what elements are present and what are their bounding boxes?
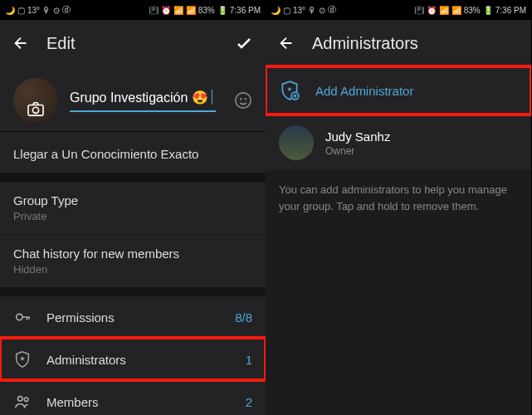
box-icon: ▢	[17, 6, 25, 15]
members-row[interactable]: Members 2	[0, 380, 266, 415]
description-row[interactable]: Llegar a Un Conocimiento Exacto	[0, 131, 266, 173]
members-label: Members	[46, 395, 231, 409]
confirm-icon[interactable]	[234, 33, 254, 53]
administrators-row[interactable]: Administrators 1	[0, 338, 266, 380]
shield-plus-icon	[279, 80, 300, 101]
signal-icon: 📶	[186, 6, 196, 15]
svg-point-4	[245, 99, 246, 100]
vibrate-icon: 📳	[414, 6, 424, 15]
svg-point-6	[18, 397, 23, 402]
header: Administrators	[266, 20, 531, 66]
signal-icon: 📶	[439, 6, 449, 15]
rec-icon: ⊙	[319, 6, 325, 15]
group-type-row[interactable]: Group Type Private	[0, 181, 266, 234]
status-bar: 🌙 ▢ 13° 🎙 ⊙ ⓓ 📳 ⏰ 📶 📶 83% 🔋 7:36 PM	[266, 0, 531, 20]
page-title: Administrators	[312, 34, 520, 53]
temp: 13°	[293, 6, 305, 15]
battery-icon: 🔋	[483, 6, 493, 15]
chat-history-row[interactable]: Chat history for new members Hidden	[0, 234, 266, 287]
avatar	[279, 125, 314, 160]
chat-history-value: Hidden	[13, 263, 252, 276]
moon-icon: 🌙	[271, 6, 281, 15]
mic-icon: 🎙	[42, 6, 51, 15]
permissions-label: Permissions	[46, 310, 220, 325]
back-icon[interactable]	[277, 34, 295, 52]
battery-icon: 🔋	[217, 6, 227, 15]
group-name-input[interactable]: Grupo Investigación 😍	[70, 90, 216, 112]
add-administrator-label: Add Administrator	[315, 84, 413, 98]
hint-text: You can add administrators to help you m…	[266, 170, 531, 226]
header: Edit	[0, 20, 266, 66]
svg-rect-0	[28, 105, 43, 116]
status-bar: 🌙 ▢ 13° 🎙 ⊙ ⓓ 📳 ⏰ 📶 📶 83% 🔋 7:36 PM	[0, 0, 266, 20]
divider	[0, 173, 266, 181]
mic-icon: 🎙	[308, 6, 316, 15]
vibrate-icon: 📳	[149, 6, 159, 15]
svg-point-7	[24, 398, 28, 402]
administrators-label: Administrators	[46, 353, 231, 367]
svg-point-2	[236, 93, 251, 108]
svg-point-5	[17, 314, 22, 320]
alarm-icon: ⏰	[427, 6, 437, 15]
admin-list-item[interactable]: Judy Sanhz Owner	[266, 115, 531, 170]
members-value: 2	[246, 395, 252, 409]
battery-text: 83%	[464, 6, 481, 15]
admin-role: Owner	[325, 145, 390, 157]
group-name-text: Grupo Investigación 😍	[70, 90, 208, 105]
clock: 7:36 PM	[230, 6, 261, 15]
svg-point-1	[32, 107, 38, 113]
box-icon: ▢	[283, 6, 290, 15]
text-cursor	[212, 90, 212, 105]
edit-screen: 🌙 ▢ 13° 🎙 ⊙ ⓓ 📳 ⏰ 📶 📶 83% 🔋 7:36 PM Edit…	[0, 0, 266, 415]
group-type-label: Group Type	[13, 193, 252, 208]
group-avatar[interactable]	[13, 78, 58, 123]
signal-icon: 📶	[173, 6, 183, 15]
admin-name: Judy Sanhz	[325, 129, 390, 144]
page-title: Edit	[46, 34, 217, 53]
rec-icon: ⊙	[53, 6, 60, 15]
svg-point-3	[241, 99, 242, 100]
description-text: Llegar a Un Conocimiento Exacto	[13, 147, 252, 161]
moon-icon: 🌙	[5, 6, 15, 15]
group-type-value: Private	[13, 210, 252, 222]
app-icon: ⓓ	[328, 4, 336, 16]
permissions-row[interactable]: Permissions 8/8	[0, 295, 266, 338]
temp: 13°	[27, 6, 40, 15]
alarm-icon: ⏰	[161, 6, 171, 15]
app-icon: ⓓ	[62, 4, 71, 16]
shield-star-icon	[13, 350, 32, 369]
back-icon[interactable]	[12, 34, 30, 52]
add-administrator-button[interactable]: Add Administrator	[266, 66, 531, 115]
profile-row: Grupo Investigación 😍	[0, 66, 266, 131]
signal-icon: 📶	[451, 6, 461, 15]
administrators-screen: 🌙 ▢ 13° 🎙 ⊙ ⓓ 📳 ⏰ 📶 📶 83% 🔋 7:36 PM Admi…	[266, 0, 531, 415]
key-icon	[13, 308, 32, 326]
emoji-icon[interactable]	[234, 91, 252, 110]
permissions-value: 8/8	[235, 310, 252, 325]
divider	[0, 287, 266, 295]
clock: 7:36 PM	[495, 6, 526, 15]
administrators-value: 1	[246, 353, 252, 367]
camera-icon	[27, 101, 45, 116]
chat-history-label: Chat history for new members	[13, 247, 252, 261]
battery-text: 83%	[198, 6, 215, 15]
people-icon	[13, 393, 32, 411]
